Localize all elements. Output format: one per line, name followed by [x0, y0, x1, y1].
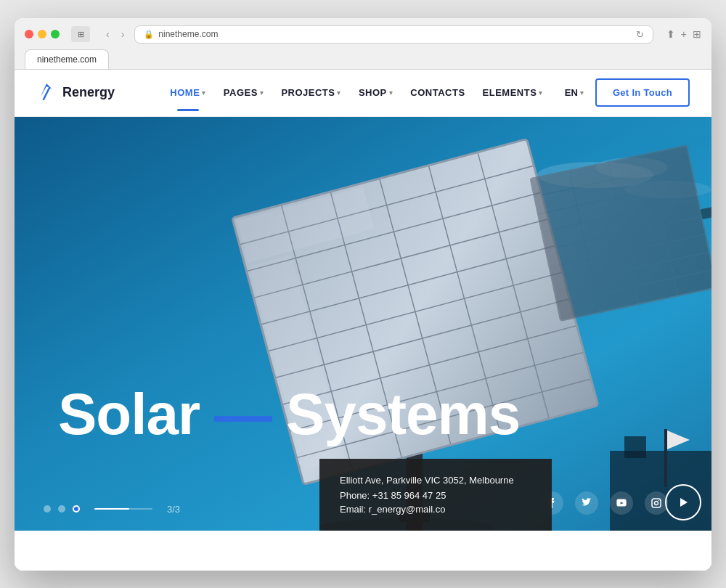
- share-icon[interactable]: ⬆: [666, 28, 675, 40]
- chevron-down-icon: ▾: [389, 89, 393, 97]
- hero-title-part1: Solar: [58, 385, 200, 444]
- nav-link-projects[interactable]: PROJECTS ▾: [274, 81, 348, 104]
- nav-links: HOME ▾ PAGES ▾ PROJECTS ▾: [163, 81, 550, 104]
- browser-actions: ⬆ + ⊞: [666, 28, 701, 40]
- below-hero-section: [15, 531, 711, 571]
- site-navbar: Renergy HOME ▾ PAGES ▾ PR: [15, 70, 711, 117]
- info-phone: Phone: +31 85 964 47 25: [340, 490, 531, 501]
- browser-nav: ‹ ›: [103, 27, 127, 41]
- svg-point-44: [655, 501, 658, 505]
- traffic-lights: [25, 30, 60, 38]
- info-email: Email: r_energy@mail.co: [340, 504, 531, 515]
- logo-text: Renergy: [62, 85, 115, 100]
- hero-title-dash: —: [214, 385, 272, 444]
- svg-rect-41: [664, 429, 667, 487]
- security-icon: 🔒: [144, 30, 154, 39]
- close-button[interactable]: [25, 30, 33, 38]
- active-tab[interactable]: ninetheme.com: [25, 49, 109, 69]
- chevron-down-icon: ▾: [202, 89, 206, 97]
- hero-section: Solar — Systems 3/3 Ell: [15, 117, 711, 531]
- social-icons: [540, 491, 668, 515]
- logo[interactable]: Renergy: [36, 81, 115, 105]
- nav-link-home[interactable]: HOME ▾: [163, 81, 213, 104]
- nav-item-contacts[interactable]: CONTACTS: [403, 81, 472, 104]
- nav-item-shop[interactable]: SHOP ▾: [351, 81, 400, 104]
- twitter-icon[interactable]: [575, 491, 598, 515]
- svg-rect-43: [652, 499, 661, 507]
- slider-dots: 3/3: [15, 488, 209, 531]
- logo-icon: [36, 81, 57, 105]
- chevron-down-icon: ▾: [539, 89, 543, 97]
- svg-marker-46: [680, 498, 688, 507]
- nav-item-elements[interactable]: ELEMENTS ▾: [476, 81, 550, 104]
- grid-view-button[interactable]: ⊞: [71, 26, 90, 42]
- forward-button[interactable]: ›: [118, 27, 128, 41]
- back-button[interactable]: ‹: [103, 27, 113, 41]
- refresh-button[interactable]: ↻: [636, 29, 644, 40]
- website-content: Renergy HOME ▾ PAGES ▾ PR: [15, 70, 711, 571]
- get-in-touch-button[interactable]: Get In Touch: [595, 78, 690, 107]
- nav-item-home[interactable]: HOME ▾: [163, 81, 213, 104]
- info-card: Elliott Ave, Parkville VIC 3052, Melbour…: [319, 459, 552, 531]
- video-play-button[interactable]: [665, 484, 701, 520]
- svg-point-45: [658, 499, 659, 500]
- chevron-down-icon: ▾: [260, 89, 264, 97]
- slide-counter: 3/3: [167, 504, 180, 515]
- address-bar[interactable]: 🔒 ninetheme.com ↻: [134, 25, 653, 44]
- browser-controls: ⊞: [71, 26, 90, 42]
- browser-titlebar: ⊞ ‹ › 🔒 ninetheme.com ↻ ⬆ + ⊞: [25, 25, 701, 44]
- youtube-icon[interactable]: [610, 491, 633, 515]
- slide-dot-2[interactable]: [58, 505, 65, 513]
- language-selector[interactable]: EN ▾: [565, 87, 584, 98]
- minimize-button[interactable]: [38, 30, 46, 38]
- browser-tabs: ninetheme.com: [25, 49, 701, 69]
- nav-link-shop[interactable]: SHOP ▾: [351, 81, 400, 104]
- new-tab-icon[interactable]: +: [681, 28, 687, 40]
- info-address: Elliott Ave, Parkville VIC 3052, Melbour…: [340, 475, 531, 486]
- nav-right: EN ▾ Get In Touch: [565, 78, 690, 107]
- hero-content: Solar — Systems: [58, 385, 520, 444]
- browser-window: ⊞ ‹ › 🔒 ninetheme.com ↻ ⬆ + ⊞ ninetheme.…: [15, 18, 711, 571]
- nav-link-pages[interactable]: PAGES ▾: [216, 81, 272, 104]
- browser-chrome: ⊞ ‹ › 🔒 ninetheme.com ↻ ⬆ + ⊞ ninetheme.…: [15, 18, 711, 70]
- slide-progress-bar: [94, 508, 152, 510]
- slide-dot-1[interactable]: [44, 505, 51, 513]
- lang-chevron-icon: ▾: [580, 89, 584, 97]
- chevron-down-icon: ▾: [337, 89, 341, 97]
- url-text: ninetheme.com: [158, 29, 218, 39]
- extensions-icon[interactable]: ⊞: [693, 28, 701, 40]
- hero-title-part2: Systems: [286, 385, 520, 444]
- hero-title: Solar — Systems: [58, 385, 520, 444]
- maximize-button[interactable]: [51, 30, 60, 38]
- svg-rect-40: [624, 436, 646, 458]
- nav-link-contacts[interactable]: CONTACTS: [403, 81, 472, 104]
- slide-progress-fill: [94, 508, 129, 510]
- nav-item-projects[interactable]: PROJECTS ▾: [274, 81, 348, 104]
- nav-item-pages[interactable]: PAGES ▾: [216, 81, 272, 104]
- slide-dot-3[interactable]: [73, 505, 80, 513]
- nav-link-elements[interactable]: ELEMENTS ▾: [476, 81, 550, 104]
